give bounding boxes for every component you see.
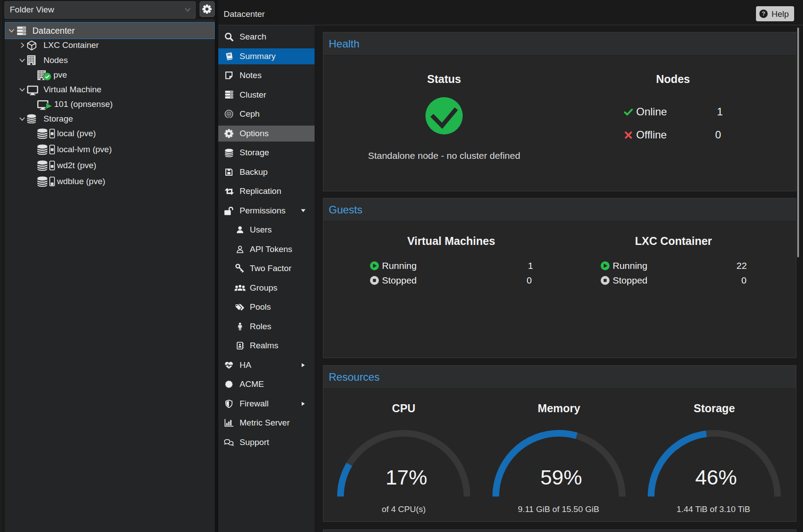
svg-text:?: ? (762, 10, 765, 17)
